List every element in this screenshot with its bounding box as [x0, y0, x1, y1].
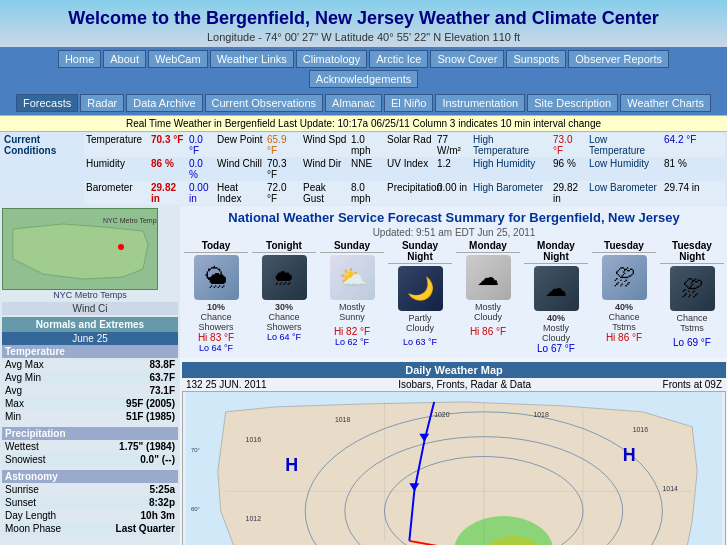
precip-value: 0.00 in [435, 181, 471, 205]
daily-map-title: Daily Weather Map [182, 362, 726, 378]
monday-night-desc: 40%MostlyCloudy [524, 313, 588, 343]
nav-bar-2: Forecasts Radar Data Archive Current Obs… [0, 91, 727, 115]
main-title: Welcome to the Bergenfield, New Jersey W… [4, 8, 723, 29]
windchill-label: Wind Chill [215, 157, 265, 181]
conditions-row-3: Barometer 29.82 in 0.00 in Heat Index 72… [84, 181, 725, 205]
nav-radar[interactable]: Radar [80, 94, 124, 112]
solarrad-label: Solar Rad [385, 133, 435, 157]
lowhumidity-label: Low Humidity [587, 157, 662, 181]
normals-avg-row: Avg 73.1F [2, 384, 178, 397]
svg-text:H: H [623, 445, 636, 465]
peakgust-value: 8.0 mph [349, 181, 385, 205]
uvindex-value: 1.2 [435, 157, 471, 181]
humidity-value: 86 % [149, 157, 187, 181]
sunday-lo: Lo 62 °F [320, 337, 384, 347]
tuesday-night-temps: Lo 69 °F [660, 337, 724, 348]
svg-text:60°: 60° [191, 506, 201, 512]
nav-webcam[interactable]: WebCam [148, 50, 208, 68]
snowiest-value: 0.0" (--) [140, 454, 175, 465]
temp-change: 0.0 °F [187, 133, 215, 157]
nav-data-archive[interactable]: Data Archive [126, 94, 202, 112]
nav-sunspots[interactable]: Sunspots [506, 50, 566, 68]
humidity-label: Humidity [84, 157, 149, 181]
svg-text:1020: 1020 [434, 411, 450, 418]
winddir-label: Wind Dir [301, 157, 349, 181]
nav-current-observations[interactable]: Current Observations [205, 94, 324, 112]
dewpoint-label: Dew Point [215, 133, 265, 157]
normals-max-row: Max 95F (2005) [2, 397, 178, 410]
normals-min-row: Min 51F (1985) [2, 410, 178, 423]
avgmax-value: 83.8F [149, 359, 175, 370]
lowbaro-label: Low Barometer [587, 181, 662, 205]
forecast-grid: Today 🌦 10%ChanceShowers Hi 83 °F Lo 64 … [182, 238, 726, 356]
min-value: 51F (1985) [126, 411, 175, 422]
moonphase-value: Last Quarter [116, 523, 175, 534]
left-sidebar: NYC Metro Temps NYC Metro Temps Wind Ci … [0, 206, 180, 545]
avgmin-label: Avg Min [5, 372, 149, 383]
sunset-label: Sunset [5, 497, 149, 508]
sunday-night-lo: Lo 63 °F [388, 337, 452, 347]
tuesday-icon: ⛈ [602, 255, 647, 300]
nav-snow-cover[interactable]: Snow Cover [430, 50, 504, 68]
nav-climatology[interactable]: Climatology [296, 50, 367, 68]
weather-map: H H H L [182, 391, 726, 545]
sunday-name: Sunday [320, 240, 384, 253]
nav-site-description[interactable]: Site Description [527, 94, 618, 112]
moonphase-row: Moon Phase Last Quarter [2, 522, 178, 535]
forecast-day-monday-night: MondayNight ☁ 40%MostlyCloudy Lo 67 °F [522, 238, 590, 356]
temperature-category: Temperature [2, 345, 178, 358]
today-name: Today [184, 240, 248, 253]
highhumidity-value: 96 % [551, 157, 587, 181]
map-header: 132 25 JUN. 2011 Isobars, Fronts, Radar … [182, 378, 726, 391]
svg-text:1016: 1016 [246, 436, 262, 443]
daylength-row: Day Length 10h 3m [2, 509, 178, 522]
location-subtitle: Longitude - 74° 00' 27" W Latitude 40° 5… [4, 31, 723, 43]
peakgust-label: Peak Gust [301, 181, 349, 205]
forecast-day-tuesday-night: TuesdayNight ⛈ ChanceTstms Lo 69 °F [658, 238, 726, 356]
sunday-icon: ⛅ [330, 255, 375, 300]
tonight-icon: 🌧 [262, 255, 307, 300]
highbaro-value: 29.82 in [551, 181, 587, 205]
nav-observer-reports[interactable]: Observer Reports [568, 50, 669, 68]
tonight-lo: Lo 64 °F [252, 332, 316, 342]
nav-acknowledgements[interactable]: Acknowledgements [309, 70, 418, 88]
nav-weather-links[interactable]: Weather Links [210, 50, 294, 68]
avg-label: Avg [5, 385, 149, 396]
mini-map-svg: NYC Metro Temps [3, 209, 158, 290]
today-temps: Hi 83 °F [184, 332, 248, 343]
monday-name: Monday [456, 240, 520, 253]
wettest-row: Wettest 1.75" (1984) [2, 440, 178, 453]
nav-arctic-ice[interactable]: Arctic Ice [369, 50, 428, 68]
forecast-day-sunday: Sunday ⛅ MostlySunny Hi 82 °F Lo 62 °F [318, 238, 386, 356]
lowbaro-value: 29.74 in [662, 181, 702, 205]
avgmax-label: Avg Max [5, 359, 149, 370]
barometer-value: 29.82 in [149, 181, 187, 205]
humidity-change: 0.0 % [187, 157, 215, 181]
svg-text:1018: 1018 [335, 416, 351, 423]
nav-forecasts[interactable]: Forecasts [16, 94, 78, 112]
nav-home[interactable]: Home [58, 50, 101, 68]
avgmin-value: 63.7F [149, 372, 175, 383]
nav-instrumentation[interactable]: Instrumentation [435, 94, 525, 112]
lowhumidity-value: 81 % [662, 157, 689, 181]
nav-almanac[interactable]: Almanac [325, 94, 382, 112]
nav-el-nino[interactable]: El Niño [384, 94, 433, 112]
heatindex-label: Heat Index [215, 181, 265, 205]
precip-category: Precipitation [2, 427, 178, 440]
nav-about[interactable]: About [103, 50, 146, 68]
map-svg: H H H L [183, 392, 725, 545]
monday-desc: MostlyCloudy [456, 302, 520, 326]
today-lo: Lo 64 °F [184, 343, 248, 353]
nav-weather-charts[interactable]: Weather Charts [620, 94, 711, 112]
today-desc: 10%ChanceShowers [184, 302, 248, 332]
max-value: 95F (2005) [126, 398, 175, 409]
map-subtitle: Isobars, Fronts, Radar & Data [398, 379, 531, 390]
highbaro-label: High Barometer [471, 181, 551, 205]
wettest-label: Wettest [5, 441, 119, 452]
header-section: Welcome to the Bergenfield, New Jersey W… [0, 0, 727, 47]
center-content: National Weather Service Forecast Summar… [180, 206, 727, 545]
tuesday-desc: 40%ChanceTstms [592, 302, 656, 332]
tuesday-night-icon: ⛈ [670, 266, 715, 311]
sunday-night-desc: PartlyCloudy [388, 313, 452, 337]
sunset-value: 8:32p [149, 497, 175, 508]
